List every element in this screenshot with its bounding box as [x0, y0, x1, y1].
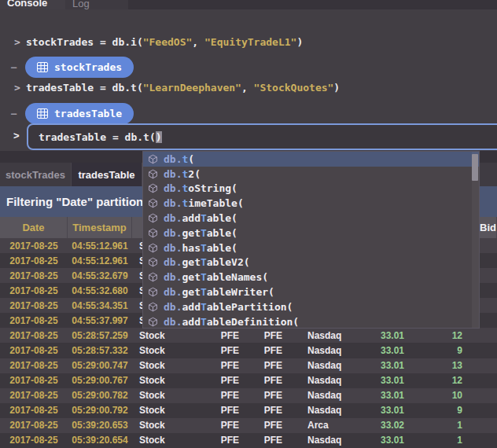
cell-timestamp: 04:55:37.997: [68, 313, 132, 328]
autocomplete-item-db.t[interactable]: db.t(: [143, 152, 479, 167]
cell-price: 33.01: [361, 403, 404, 418]
method-cube-icon: [148, 272, 158, 282]
cell-date: 2017-08-25: [0, 343, 68, 358]
cell-sectype: Stock: [132, 388, 193, 403]
autocomplete-item-db.getTableWriter[interactable]: db.getTableWriter(: [143, 285, 479, 299]
autocomplete-item-label: db.getTableWriter(: [164, 286, 274, 298]
cell-timestamp: 05:39:20.653: [68, 418, 132, 433]
cell-timestamp: 05:29:00.767: [68, 373, 132, 388]
cell-sym: PFE: [193, 328, 239, 343]
autocomplete-item-db.getTableV2[interactable]: db.getTableV2(: [143, 255, 479, 270]
panel-tab-stockTrades[interactable]: stockTrades: [0, 163, 72, 186]
cell-date: 2017-08-25: [0, 238, 68, 253]
cell-usym: PFE: [239, 403, 282, 418]
top-tab-strip: Console Log: [0, 0, 497, 9]
cell-size: 9: [404, 343, 462, 358]
cell-sym: PFE: [193, 343, 239, 358]
cell-usym: PFE: [239, 418, 282, 433]
cell-timestamp: 05:29:00.747: [68, 358, 132, 373]
cell-sym: PFE: [193, 433, 239, 448]
tradestable-table-button[interactable]: tradesTable: [25, 103, 134, 124]
string-literal: "StockQuotes": [254, 82, 334, 94]
table-row[interactable]: 2017-08-2505:29:00.792StockPFEPFENasdaq3…: [0, 403, 497, 418]
table-row[interactable]: 2017-08-2505:28:57.259StockPFEPFENasdaq3…: [0, 328, 497, 343]
cell-sectype: Stock: [132, 358, 193, 373]
code-text: ,: [241, 82, 254, 94]
cell-sym: PFE: [193, 373, 239, 388]
cell-size: 10: [404, 388, 462, 403]
autocomplete-item-db.addTable[interactable]: db.addTable(: [143, 211, 479, 226]
table-button-label: stockTrades: [54, 61, 122, 73]
autocomplete-item-db.addTablePartition[interactable]: db.addTablePartition(: [143, 299, 479, 314]
cell-exchange: Nasdaq: [282, 403, 361, 418]
cell-sectype: Stock: [132, 328, 193, 343]
method-cube-icon: [148, 317, 158, 327]
method-cube-icon: [148, 213, 158, 223]
cell-timestamp: 05:28:57.332: [68, 343, 132, 358]
cell-date: 2017-08-25: [0, 328, 68, 343]
tab-console-label: Console: [7, 0, 65, 9]
cell-sym: PFE: [193, 418, 239, 433]
cell-price: 33.01: [361, 433, 404, 448]
tab-log[interactable]: Log: [65, 0, 128, 9]
autocomplete-item-db.t2[interactable]: db.t2(: [143, 167, 479, 182]
method-cube-icon: [148, 154, 158, 164]
cell-usym: PFE: [239, 433, 282, 448]
cell-sym: PFE: [193, 403, 239, 418]
column-header-date[interactable]: Date: [0, 217, 68, 238]
cell-timestamp: 04:55:32.680: [68, 283, 132, 298]
cell-timestamp: 04:55:32.679: [68, 268, 132, 283]
cell-size: 12: [404, 328, 462, 343]
string-literal: "EquityTradeL1": [204, 36, 296, 48]
string-literal: "FeedOS": [143, 36, 193, 48]
autocomplete-item-db.addTableDefinition[interactable]: db.addTableDefinition(: [143, 314, 479, 329]
autocomplete-item-db.hasTable[interactable]: db.hasTable(: [143, 241, 479, 255]
code-text: stockTrades = db.i(: [26, 36, 143, 48]
cell-exchange: Nasdaq: [282, 433, 361, 448]
cell-date: 2017-08-25: [0, 313, 68, 328]
code-text: tradesTable = db.t(: [26, 82, 143, 94]
cell-price: 33.01: [361, 358, 404, 373]
cell-sectype: Stock: [132, 403, 193, 418]
table-button-label: tradesTable: [54, 108, 122, 119]
table-grid-icon: [37, 108, 48, 119]
console-input[interactable]: tradesTable = db.t(): [27, 123, 497, 150]
table-row[interactable]: 2017-08-2505:39:20.653StockPFEPFEArca33.…: [0, 418, 497, 433]
stocktrades-table-button[interactable]: stockTrades: [25, 57, 134, 78]
cell-price: 33.02: [361, 418, 404, 433]
cell-exchange: Arca: [282, 418, 361, 433]
cell-sectype: Stock: [132, 433, 193, 448]
autocomplete-item-db.getTableNames[interactable]: db.getTableNames(: [143, 270, 479, 285]
table-row[interactable]: 2017-08-2505:29:00.767StockPFEPFENasdaq3…: [0, 373, 497, 388]
cell-size: 1: [404, 433, 462, 448]
cell-date: 2017-08-25: [0, 388, 68, 403]
method-cube-icon: [148, 243, 158, 253]
dropdown-scrollbar-thumb[interactable]: [472, 154, 478, 181]
method-cube-icon: [148, 228, 158, 238]
cell-usym: PFE: [239, 388, 282, 403]
table-row[interactable]: 2017-08-2505:39:20.654StockPFEPFENasdaq3…: [0, 433, 497, 448]
method-cube-icon: [148, 198, 158, 208]
autocomplete-item-db.getTable[interactable]: db.getTable(: [143, 226, 479, 241]
cell-sym: PFE: [193, 388, 239, 403]
collapse-result-marker[interactable]: –: [11, 108, 22, 119]
collapse-result-marker[interactable]: –: [11, 62, 22, 73]
code-text: ): [333, 82, 340, 94]
cell-sym: PFE: [193, 358, 239, 373]
table-row[interactable]: 2017-08-2505:29:00.747StockPFEPFENasdaq3…: [0, 358, 497, 373]
tab-log-label: Log: [72, 0, 128, 9]
autocomplete-item-db.timeTable[interactable]: db.timeTable(: [143, 196, 479, 211]
console-command-2: >tradesTable = db.t("LearnDeephaven", "S…: [0, 82, 497, 97]
table-row[interactable]: 2017-08-2505:29:00.782StockPFEPFENasdaq3…: [0, 388, 497, 403]
autocomplete-item-label: db.hasTable(: [164, 242, 237, 254]
autocomplete-item-db.toString[interactable]: db.toString(: [143, 182, 479, 196]
table-row[interactable]: 2017-08-2505:28:57.332StockPFEPFENasdaq3…: [0, 343, 497, 358]
cell-exchange: Nasdaq: [282, 328, 361, 343]
input-text: tradesTable = db.t(: [39, 131, 156, 143]
method-cube-icon: [148, 287, 158, 297]
column-header-timestamp[interactable]: Timestamp: [68, 217, 132, 238]
cell-usym: PFE: [239, 358, 282, 373]
panel-tab-tradesTable[interactable]: tradesTable: [72, 163, 142, 186]
tab-console[interactable]: Console: [0, 0, 65, 9]
cell-sectype: Stock: [132, 418, 193, 433]
